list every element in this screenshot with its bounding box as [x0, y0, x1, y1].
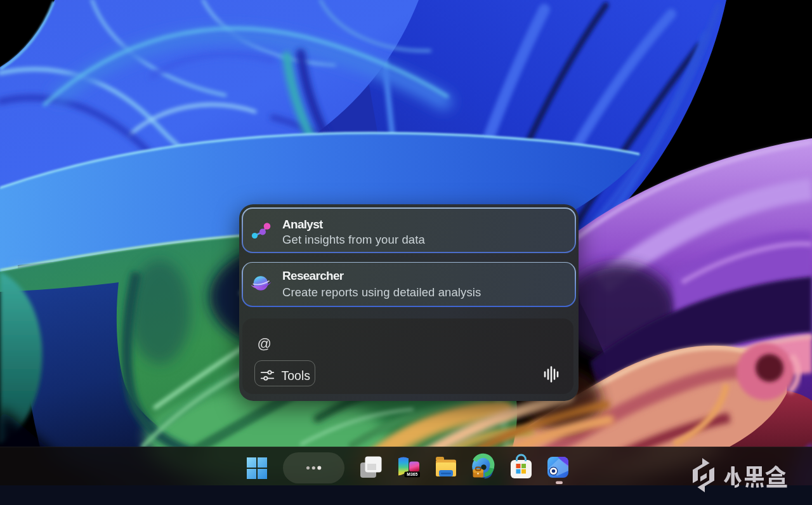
svg-text:M365: M365: [407, 472, 417, 476]
